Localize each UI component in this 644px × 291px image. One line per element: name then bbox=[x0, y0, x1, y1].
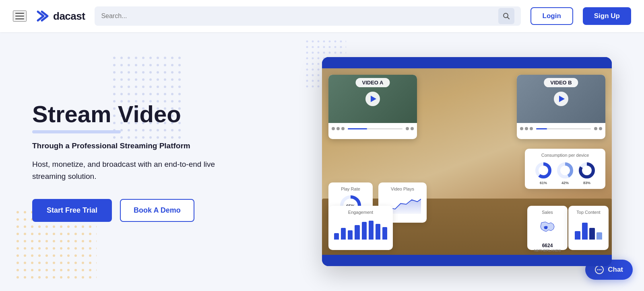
video-b-play[interactable] bbox=[554, 92, 568, 106]
play-rate-label: Play Rate bbox=[334, 186, 367, 191]
bar bbox=[348, 230, 353, 240]
trial-button[interactable]: Start Free Trial bbox=[32, 199, 112, 222]
video-plays-label: Video Plays bbox=[384, 186, 421, 191]
ctrl-dot bbox=[411, 127, 414, 130]
hero-content: Stream Video Through a Professional Stre… bbox=[32, 101, 242, 222]
hero-title-text: Stream Video bbox=[32, 101, 181, 127]
search-icon bbox=[503, 12, 510, 20]
play-icon-b bbox=[559, 96, 565, 102]
ctrl-dot bbox=[520, 127, 523, 130]
panel-bottom-bar bbox=[322, 255, 612, 266]
bar bbox=[355, 225, 359, 240]
video-thumb-a-preview: VIDEO A bbox=[328, 75, 417, 123]
search-button[interactable] bbox=[498, 8, 514, 24]
bar bbox=[362, 222, 367, 240]
demo-button[interactable]: Book A Demo bbox=[120, 199, 194, 222]
ctrl-dot bbox=[530, 127, 533, 130]
engagement-label: Engagement bbox=[334, 210, 387, 215]
pie-device-2: 42% bbox=[556, 162, 574, 185]
progress-bar-a bbox=[348, 128, 367, 129]
video-b-controls bbox=[517, 123, 605, 134]
svg-line-1 bbox=[507, 17, 509, 19]
chat-icon bbox=[595, 265, 604, 274]
bar bbox=[382, 227, 387, 240]
hero-title: Stream Video bbox=[32, 101, 242, 127]
bar bbox=[582, 223, 588, 240]
video-a-label: VIDEO A bbox=[356, 78, 390, 87]
engagement-chart bbox=[334, 217, 387, 241]
pie-2 bbox=[556, 162, 574, 179]
pie-3 bbox=[578, 162, 596, 179]
top-content-label: Top Content bbox=[574, 210, 603, 215]
ctrl-dot bbox=[341, 127, 345, 130]
video-a-controls bbox=[328, 123, 417, 134]
bar bbox=[334, 233, 339, 240]
hero-visual: VIDEO A bbox=[266, 57, 612, 266]
video-panel: VIDEO A bbox=[322, 57, 612, 266]
chat-label: Chat bbox=[608, 266, 623, 274]
svg-point-19 bbox=[599, 269, 600, 271]
bar bbox=[589, 228, 595, 240]
sales-visual bbox=[533, 217, 562, 243]
panel-top-bar bbox=[322, 57, 612, 68]
main-content: Stream Video Through a Professional Stre… bbox=[0, 32, 644, 291]
cta-buttons: Start Free Trial Book A Demo bbox=[32, 199, 242, 222]
bar bbox=[341, 228, 346, 240]
logo[interactable]: dacast bbox=[36, 10, 85, 23]
sales-value: 6624 bbox=[533, 243, 562, 248]
video-thumb-b[interactable]: VIDEO B bbox=[517, 75, 605, 139]
ctrl-dot bbox=[406, 127, 409, 130]
top-content-chart bbox=[574, 217, 603, 241]
sales-label: Sales bbox=[533, 210, 562, 215]
consumption-pies: 61% 42% bbox=[530, 160, 600, 186]
video-thumb-b-preview: VIDEO B bbox=[517, 75, 605, 123]
stat-engagement: Engagement bbox=[328, 206, 393, 250]
bar bbox=[597, 232, 602, 240]
video-content-area: VIDEO A bbox=[322, 68, 612, 255]
svg-point-20 bbox=[601, 269, 602, 271]
ctrl-dot bbox=[336, 127, 340, 130]
login-button[interactable]: Login bbox=[530, 7, 573, 25]
ctrl-dot bbox=[594, 127, 597, 130]
video-thumb-a[interactable]: VIDEO A bbox=[328, 75, 417, 139]
consumption-label: Consumption per device bbox=[530, 153, 600, 158]
hero-subtitle: Through a Professional Streaming Platfor… bbox=[32, 141, 242, 150]
logo-text: dacast bbox=[53, 10, 85, 23]
bar bbox=[369, 221, 374, 240]
ctrl-dot bbox=[332, 127, 335, 130]
header: dacast Login Sign Up bbox=[0, 0, 644, 32]
stat-sales: Sales 6624 NETHERLANDS bbox=[527, 206, 568, 250]
sales-region: NETHERLANDS bbox=[533, 248, 562, 252]
search-bar bbox=[95, 6, 520, 26]
signup-button[interactable]: Sign Up bbox=[583, 7, 631, 25]
hero-description: Host, monetize, and broadcast with an en… bbox=[32, 158, 217, 183]
stat-consumption: Consumption per device 61% bbox=[525, 149, 605, 189]
pie-device-1: 61% bbox=[535, 162, 552, 185]
bar bbox=[376, 224, 380, 240]
play-icon-a bbox=[371, 96, 376, 102]
ctrl-dot bbox=[599, 127, 602, 130]
sales-map bbox=[533, 219, 561, 241]
pie-device-3: 83% bbox=[578, 162, 596, 185]
title-underline bbox=[32, 130, 121, 133]
stat-top-content: Top Content bbox=[568, 206, 609, 250]
hamburger-menu[interactable] bbox=[13, 10, 27, 22]
logo-icon bbox=[36, 10, 50, 22]
ctrl-dot bbox=[525, 127, 528, 130]
video-b-label: VIDEO B bbox=[544, 78, 578, 87]
video-a-play[interactable] bbox=[365, 92, 380, 106]
bar bbox=[575, 231, 580, 240]
search-input[interactable] bbox=[101, 12, 494, 20]
progress-bar-b bbox=[536, 128, 547, 129]
svg-point-18 bbox=[597, 269, 599, 271]
pie-1 bbox=[535, 162, 552, 179]
